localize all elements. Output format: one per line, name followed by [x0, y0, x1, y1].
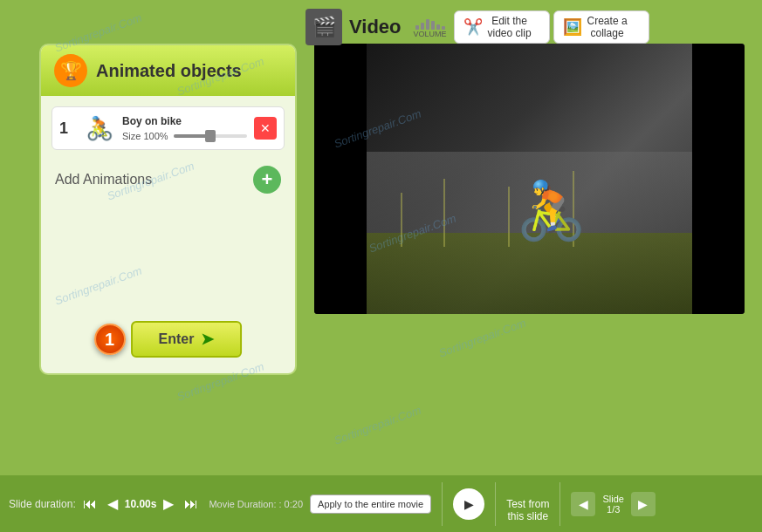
divider-1 [442, 482, 443, 526]
next-btn[interactable]: ▶ [160, 494, 177, 514]
item-size-row: Size 100% [122, 131, 247, 141]
slide-duration: Slide duration: ⏮ ◀ 10.00s ▶ ⏭ [9, 494, 202, 514]
add-animations-label: Add Animations [55, 172, 152, 188]
video-title: Video [349, 16, 402, 38]
add-animation-button[interactable]: + [253, 166, 281, 194]
right-letterbox [692, 44, 745, 314]
animated-objects-panel: 🏆 Animated objects 1 🚴 Boy on bike Size … [39, 44, 297, 375]
divider-2 [495, 482, 496, 526]
size-slider-thumb [205, 130, 216, 142]
divider-3 [559, 482, 560, 526]
plus-icon: + [262, 168, 273, 191]
panel-body: 1 🚴 Boy on bike Size 100% ✕ Add Ani [41, 96, 295, 211]
movie-duration-label: Movie Duration: : 0:20 [209, 499, 303, 509]
video-thumbnail: 🎬 [305, 9, 342, 45]
item-details: Boy on bike Size 100% [122, 115, 247, 141]
vol-bar-3 [426, 19, 429, 30]
grass-bg [314, 233, 745, 314]
prev-btn[interactable]: ◀ [104, 494, 121, 514]
panel-enter-area: 1 Enter ➤ [94, 321, 243, 358]
panel-enter-label: Enter [159, 331, 195, 347]
duration-value: 10.00s [125, 498, 157, 510]
add-animations-row: Add Animations + [51, 159, 285, 201]
panel-title: Animated objects [96, 61, 242, 81]
slide-nav: Slide 1/3 [602, 494, 623, 515]
size-slider[interactable] [174, 134, 247, 138]
slide-label: Slide [602, 494, 623, 504]
create-collage-label: Create a collage [587, 15, 628, 39]
item-size-label: Size 100% [122, 131, 168, 141]
character-icon: 🚴 [516, 179, 587, 242]
top-bar: 🎬 Video VOLUME ✂️ Edit the video clip 🖼️… [305, 9, 649, 45]
next-next-btn[interactable]: ⏭ [181, 494, 202, 514]
delete-item-button[interactable]: ✕ [254, 117, 277, 140]
panel-icon: 🏆 [54, 54, 87, 87]
delete-icon: ✕ [260, 121, 271, 135]
bottom-bar: Slide duration: ⏮ ◀ 10.00s ▶ ⏭ Movie Dur… [0, 475, 762, 532]
edit-video-label: Edit the video clip [488, 15, 532, 39]
stalk-4 [401, 193, 402, 247]
panel-header: 🏆 Animated objects [41, 45, 295, 96]
step-badge-1: 1 [94, 324, 126, 355]
enter-arrow-icon: ➤ [201, 330, 214, 349]
slide-prev-button[interactable]: ◀ [571, 492, 595, 516]
play-button[interactable]: ▶ [453, 488, 484, 520]
item-name: Boy on bike [122, 115, 247, 127]
vol-bar-2 [421, 23, 424, 30]
top-buttons: ✂️ Edit the video clip 🖼️ Create a colla… [454, 10, 649, 44]
edit-video-button[interactable]: ✂️ Edit the video clip [454, 10, 550, 44]
test-label: Test from this slide [506, 498, 549, 522]
star-icon: 🏆 [60, 60, 82, 81]
collage-icon: 🖼️ [563, 17, 582, 37]
slide-duration-label: Slide duration: [9, 498, 76, 510]
prev-prev-btn[interactable]: ⏮ [79, 494, 100, 514]
volume-control[interactable]: VOLUME [414, 16, 447, 38]
play-icon: ▶ [464, 497, 474, 511]
bike-boy-icon: 🚴 [86, 115, 113, 142]
panel-enter-button[interactable]: Enter ➤ [131, 321, 243, 358]
left-letterbox [314, 44, 367, 314]
volume-label: VOLUME [414, 30, 447, 38]
stalk-1 [443, 179, 445, 247]
step-number-1: 1 [105, 330, 114, 350]
video-preview-inner: 🚴 [314, 44, 745, 314]
animated-character: 🚴 [516, 178, 587, 244]
slide-next-button[interactable]: ▶ [631, 492, 656, 516]
vol-bar-4 [431, 21, 435, 30]
animation-item-1[interactable]: 1 🚴 Boy on bike Size 100% ✕ [51, 106, 285, 150]
item-number: 1 [59, 119, 77, 138]
video-preview: 🚴 [314, 44, 745, 314]
movie-duration: Movie Duration: : 0:20 [209, 499, 303, 509]
scissors-icon: ✂️ [463, 17, 483, 37]
test-button[interactable]: Test from this slide [506, 486, 549, 522]
stalk-2 [508, 187, 510, 246]
slide-value: 1/3 [607, 504, 620, 515]
apply-button[interactable]: Apply to the entire movie [310, 494, 431, 514]
create-collage-button[interactable]: 🖼️ Create a collage [553, 10, 649, 44]
item-image: 🚴 [84, 113, 115, 144]
